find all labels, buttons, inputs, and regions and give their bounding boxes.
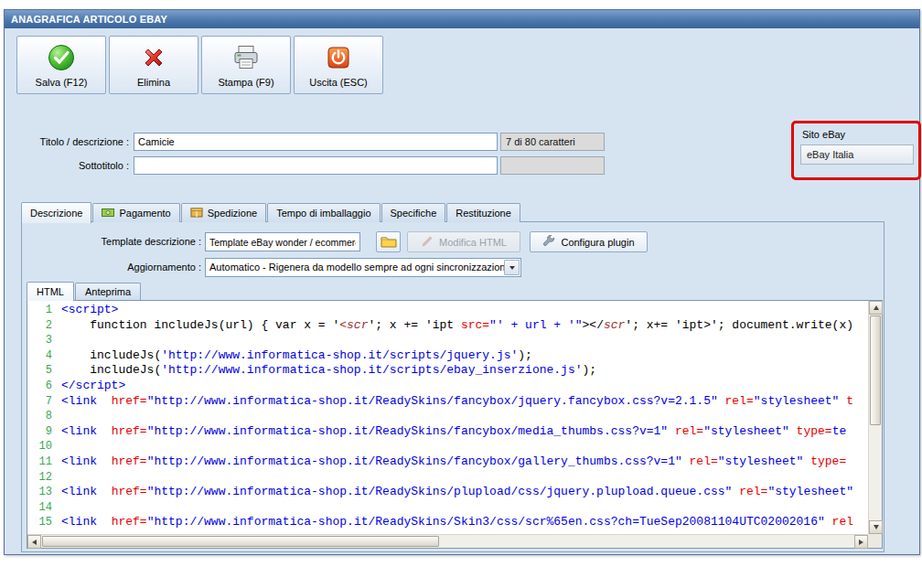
tab-pagamento[interactable]: Pagamento — [92, 203, 179, 222]
tab-restituzione[interactable]: Restituzione — [446, 203, 520, 222]
tab-spedizione-label: Spedizione — [208, 208, 257, 219]
tab-restituzione-label: Restituzione — [456, 208, 511, 219]
tab-pagamento-label: Pagamento — [119, 208, 170, 219]
sito-ebay-select[interactable]: eBay Italia — [800, 144, 914, 165]
subtab-anteprima-label: Anteprima — [85, 286, 131, 297]
vertical-scroll-thumb[interactable] — [870, 315, 881, 425]
titlebar[interactable]: ANAGRAFICA ARTICOLO EBAY — [5, 10, 919, 28]
print-button[interactable]: Stampa (F9) — [201, 36, 291, 94]
window-title: ANAGRAFICA ARTICOLO EBAY — [11, 14, 167, 25]
save-button[interactable]: Salva (F12) — [16, 36, 106, 94]
power-icon — [324, 43, 353, 74]
edit-html-icon — [421, 235, 434, 250]
scroll-left-icon[interactable] — [27, 535, 41, 549]
line-number-gutter: 123456789101112131415 — [27, 301, 58, 534]
open-template-button[interactable] — [376, 231, 401, 252]
scroll-down-icon[interactable] — [869, 520, 883, 534]
modifica-html-button: Modifica HTML — [407, 231, 520, 252]
check-circle-icon — [47, 43, 76, 74]
tab-tempo-imballaggio[interactable]: Tempo di imballaggio — [267, 203, 380, 222]
configura-plugin-button[interactable]: Configura plugin — [530, 231, 648, 252]
tab-specifiche[interactable]: Specifiche — [381, 203, 446, 222]
sottotitolo-label: Sottotitolo : — [12, 156, 129, 175]
editor-subtabstrip: HTML Anteprima — [27, 281, 142, 300]
configura-plugin-label: Configura plugin — [561, 237, 634, 248]
printer-icon — [231, 43, 261, 74]
template-descrizione-label: Template descrizione : — [26, 232, 201, 251]
delete-button[interactable]: Elimina — [109, 36, 198, 94]
titolo-char-counter: 7 di 80 caratteri — [500, 133, 605, 151]
sito-ebay-label: Sito eBay — [802, 129, 845, 140]
subtab-anteprima[interactable]: Anteprima — [75, 283, 141, 300]
scroll-up-icon[interactable] — [869, 301, 883, 315]
subtab-html-label: HTML — [37, 286, 64, 297]
aggiornamento-label: Aggiornamento : — [26, 258, 201, 276]
tab-descrizione[interactable]: Descrizione — [21, 202, 91, 223]
chevron-down-icon[interactable] — [504, 260, 520, 275]
aggiornamento-select[interactable]: Automatico - Rigenera da modello sempre … — [205, 258, 521, 277]
anagrafica-articolo-window: ANAGRAFICA ARTICOLO EBAY Salva (F12) Eli… — [4, 9, 920, 555]
exit-button-label: Uscita (ESC) — [309, 77, 368, 88]
save-button-label: Salva (F12) — [36, 77, 88, 88]
horizontal-scrollbar[interactable] — [27, 534, 868, 548]
sottotitolo-char-counter — [500, 156, 605, 175]
code-viewport[interactable]: 123456789101112131415 <script> function … — [27, 301, 868, 534]
delete-button-label: Elimina — [137, 77, 170, 88]
package-icon — [190, 207, 203, 219]
wrench-icon — [542, 235, 555, 250]
horizontal-scroll-thumb[interactable] — [42, 536, 439, 547]
subtab-html[interactable]: HTML — [27, 282, 74, 301]
exit-button[interactable]: Uscita (ESC) — [294, 36, 383, 94]
money-icon — [102, 207, 114, 219]
tab-tempo-imballaggio-label: Tempo di imballaggio — [276, 208, 370, 219]
modifica-html-label: Modifica HTML — [439, 237, 507, 248]
scrollbar-corner — [868, 534, 882, 548]
print-button-label: Stampa (F9) — [218, 77, 273, 88]
sottotitolo-input[interactable] — [134, 156, 498, 175]
code-editor[interactable]: 123456789101112131415 <script> function … — [27, 300, 883, 549]
tab-spedizione[interactable]: Spedizione — [181, 203, 266, 222]
vertical-scrollbar[interactable] — [868, 301, 882, 534]
template-descrizione-input[interactable] — [205, 232, 360, 251]
code-lines[interactable]: <script> function includeJs(url) { var x… — [58, 301, 853, 534]
main-tabstrip: Descrizione Pagamento Spedizione — [21, 201, 521, 222]
titolo-label: Titolo / descrizione : — [12, 133, 129, 151]
folder-icon — [381, 235, 397, 250]
aggiornamento-value: Automatico - Rigenera da modello sempre … — [209, 262, 511, 273]
tab-descrizione-label: Descrizione — [30, 208, 82, 219]
tab-specifiche-label: Specifiche — [391, 208, 437, 219]
scroll-right-icon[interactable] — [854, 535, 868, 549]
titolo-input[interactable] — [134, 133, 498, 151]
descrizione-tab-panel: Template descrizione : Modifica HTML — [21, 221, 884, 552]
red-x-icon — [139, 43, 168, 74]
